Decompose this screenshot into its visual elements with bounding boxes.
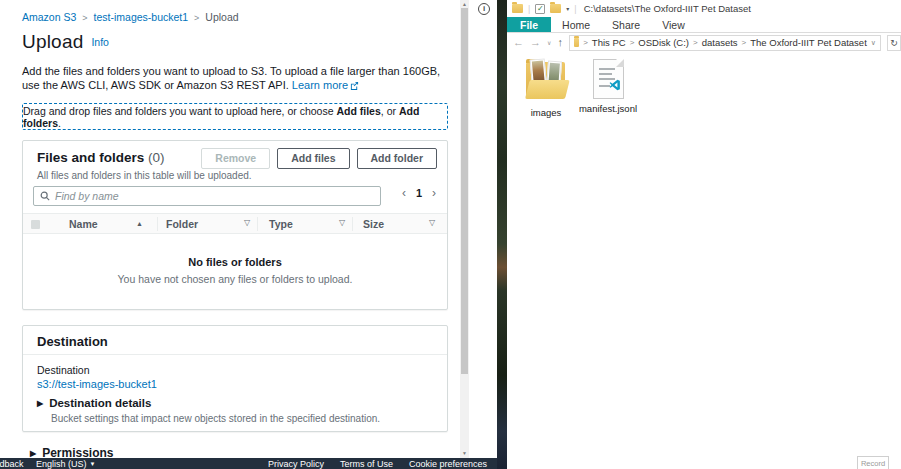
back-icon[interactable]: ← (513, 37, 524, 48)
column-folder[interactable]: Folder (166, 218, 198, 230)
pagination: ‹ 1 › (402, 187, 436, 199)
vscode-icon (609, 77, 621, 95)
breadcrumb-separator-icon: > (194, 13, 199, 23)
search-box (33, 186, 381, 206)
explorer-title-bar[interactable]: | ✓ ▾ | C:\datasets\The Oxford-IIIT Pet … (507, 0, 901, 17)
previous-page-icon[interactable]: ‹ (402, 187, 406, 199)
empty-state-subtitle: You have not chosen any files or folders… (23, 273, 447, 285)
crumb-separator-icon: > (693, 38, 698, 47)
folder-filter-icon[interactable]: ▽ (244, 218, 250, 227)
empty-state-title: No files or folders (23, 256, 447, 268)
terms-of-use-link[interactable]: Terms of Use (340, 459, 393, 469)
address-dropdown-icon[interactable]: ∨ (871, 39, 876, 47)
desktop-wallpaper-strip (497, 0, 507, 469)
window-title: C:\datasets\The Oxford-IIIT Pet Dataset (584, 3, 751, 14)
forward-icon[interactable]: → (530, 37, 541, 48)
file-item-manifest[interactable]: manifest.jsonl (579, 56, 637, 114)
tab-home[interactable]: Home (551, 17, 601, 32)
type-filter-icon[interactable]: ▽ (339, 218, 345, 227)
screen: Amazon S3>test-images-bucket1>Upload Upl… (0, 0, 901, 469)
files-panel-title: Files and folders (0) (37, 150, 165, 165)
address-bar[interactable]: > This PC > OSDisk (C:) > datasets > The… (569, 35, 881, 51)
tab-view[interactable]: View (651, 17, 696, 32)
external-link-icon (350, 79, 359, 93)
breadcrumb-current: Upload (205, 11, 238, 23)
crumb-separator-icon: > (583, 38, 588, 47)
select-all-checkbox[interactable] (31, 220, 40, 229)
learn-more-link[interactable]: Learn more (292, 79, 348, 91)
add-folder-button[interactable]: Add folder (357, 148, 438, 169)
scroll-up-icon[interactable]: ▲ (460, 1, 469, 7)
expand-arrow-icon: ▶ (37, 399, 43, 408)
crumb-separator-icon: > (630, 38, 635, 47)
address-crumb-this-pc[interactable]: This PC (592, 37, 626, 48)
files-panel-subtitle: All files and folders in this table will… (37, 170, 252, 181)
sort-ascending-icon[interactable]: ▲ (136, 220, 143, 227)
destination-panel-title: Destination (37, 334, 108, 349)
destination-label: Destination (37, 364, 90, 376)
search-icon (40, 187, 50, 205)
info-circle-icon[interactable]: i (478, 3, 490, 15)
column-size[interactable]: Size (363, 218, 384, 230)
customize-toolbar-icon[interactable]: ▾ (566, 5, 569, 12)
column-type[interactable]: Type (269, 218, 293, 230)
folder-item-label: images (531, 107, 562, 118)
files-and-folders-panel: Files and folders (0) Remove Add files A… (22, 140, 448, 310)
address-crumb-osdisk[interactable]: OSDisk (C:) (638, 37, 689, 48)
record-button[interactable]: Record (857, 456, 889, 469)
expand-arrow-icon: ▶ (30, 449, 36, 458)
separator: | (528, 4, 530, 14)
remove-button[interactable]: Remove (201, 148, 270, 169)
address-crumb-datasets[interactable]: datasets (702, 37, 738, 48)
next-page-icon[interactable]: › (432, 187, 436, 199)
destination-panel: Destination Destination s3://test-images… (22, 325, 448, 432)
add-files-button[interactable]: Add files (277, 148, 349, 169)
aws-s3-upload-page: Amazon S3>test-images-bucket1>Upload Upl… (0, 0, 460, 469)
tab-file[interactable]: File (507, 17, 551, 32)
up-icon[interactable]: ↑ (557, 37, 563, 48)
column-name[interactable]: Name (69, 218, 98, 230)
scroll-down-icon[interactable]: ▼ (460, 450, 469, 456)
crumb-separator-icon: > (742, 38, 747, 47)
feedback-link[interactable]: Feedback (0, 459, 24, 469)
breadcrumb: Amazon S3>test-images-bucket1>Upload (22, 11, 239, 23)
info-link[interactable]: Info (91, 36, 109, 48)
table-header: Name ▲ Folder ▽ Type ▽ Size ▽ (23, 213, 447, 234)
file-item-label: manifest.jsonl (579, 103, 637, 114)
destination-details-expander[interactable]: ▶Destination details (37, 397, 151, 409)
description-text: Add the files and folders you want to up… (22, 65, 440, 91)
upload-description: Add the files and folders you want to up… (22, 64, 446, 93)
files-count: (0) (148, 150, 165, 165)
size-filter-icon[interactable]: ▽ (429, 218, 435, 227)
tab-share[interactable]: Share (601, 17, 651, 32)
scrollbar-thumb[interactable] (461, 8, 468, 374)
quick-access-new-folder-icon[interactable] (550, 4, 561, 13)
browser-scrollbar[interactable]: ▲ ▼ (460, 0, 469, 458)
dropzone-text: Drag and drop files and folders you want… (23, 105, 447, 129)
language-selector[interactable]: English (US)▼ (36, 459, 95, 469)
address-crumb-current[interactable]: The Oxford-IIIT Pet Dataset (750, 37, 867, 48)
quick-access-properties-icon[interactable]: ✓ (535, 4, 545, 14)
address-bar-row: ← → ∨ ↑ > This PC > OSDisk (C:) > datase… (507, 33, 901, 52)
recent-locations-icon[interactable]: ∨ (547, 39, 551, 46)
breadcrumb-amazon-s3[interactable]: Amazon S3 (22, 11, 76, 23)
folder-item-images[interactable]: images (517, 56, 575, 118)
search-input[interactable] (55, 190, 374, 202)
page-number[interactable]: 1 (416, 187, 422, 199)
ribbon-tabs: File Home Share View (507, 17, 901, 33)
destination-details-subtitle: Bucket settings that impact new objects … (51, 413, 380, 424)
drag-drop-zone[interactable]: Drag and drop files and folders you want… (22, 103, 448, 130)
page-title: Upload (22, 31, 83, 52)
destination-bucket-link[interactable]: s3://test-images-bucket1 (37, 378, 157, 390)
cookie-preferences-link[interactable]: Cookie preferences (409, 459, 487, 469)
window-folder-icon (512, 4, 523, 13)
privacy-policy-link[interactable]: Privacy Policy (268, 459, 324, 469)
pictures-folder-icon (523, 56, 569, 103)
breadcrumb-separator-icon: > (82, 13, 87, 23)
explorer-content-area[interactable]: images manifest.jsonl (507, 52, 901, 469)
caret-down-icon: ▼ (90, 461, 96, 467)
breadcrumb-bucket[interactable]: test-images-bucket1 (94, 11, 189, 23)
refresh-icon[interactable]: ↻ (887, 35, 901, 51)
file-explorer-window: | ✓ ▾ | C:\datasets\The Oxford-IIIT Pet … (507, 0, 901, 469)
aws-footer: Feedback English (US)▼ Privacy Policy Te… (0, 458, 497, 469)
